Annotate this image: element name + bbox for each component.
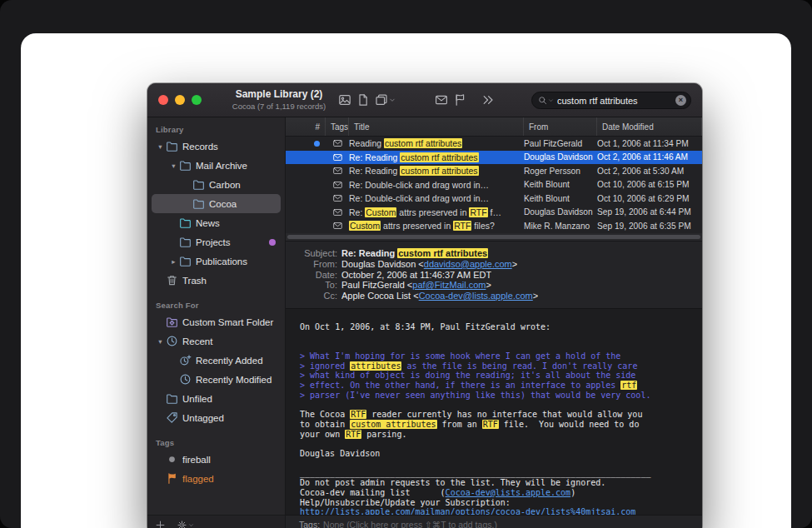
sidebar-section-library: Library▾Records▾Mail ArchiveCarbonCocoaN… (147, 125, 285, 290)
record-row[interactable]: Re: Double-click and drag word in…Keith … (286, 178, 702, 192)
record-list-header[interactable]: #TagsTitleFromDate Modified (286, 117, 702, 137)
sidebar-item-label: Carbon (209, 180, 276, 190)
sidebar-item-carbon[interactable]: Carbon (152, 175, 281, 194)
tags-bar-value[interactable]: None (Click here or press ⇧⌘T to add tag… (323, 520, 497, 528)
sidebar-item-recently-added[interactable]: Recently Added (152, 351, 281, 370)
header-value: Paul FitzGerald <paf@FitzMail.com> (341, 280, 491, 291)
quoted-line: > ignored attributes as the file is bein… (300, 361, 702, 371)
sidebar-item-records[interactable]: ▾Records (152, 137, 281, 156)
link-text[interactable]: Cocoa-dev@lists.apple.com (419, 291, 533, 301)
sidebar-item-custom-smart-folder[interactable]: Custom Smart Folder (152, 312, 281, 331)
sidebar-item-fireball[interactable]: fireball (152, 450, 281, 469)
clear-search-icon[interactable]: × (675, 95, 686, 106)
minimize-button[interactable] (175, 95, 185, 105)
scrollbar-thumb[interactable] (287, 235, 700, 239)
zoom-button[interactable] (192, 95, 202, 105)
sidebar-item-label: Projects (196, 237, 266, 247)
screen: Sample Library (2) Cocoa (7 of 1,119 rec… (0, 0, 812, 528)
close-button[interactable] (158, 95, 168, 105)
header-line-subject: Subject:Re: Reading custom rtf attribute… (286, 248, 702, 259)
horizontal-scrollbar[interactable] (286, 233, 702, 242)
sidebar-item-projects[interactable]: Projects (152, 232, 281, 252)
sidebar-item-untagged[interactable]: Untagged (152, 408, 281, 427)
text-part: Douglas Davidson < (341, 259, 424, 269)
from-cell: Douglas Davidson (524, 207, 597, 217)
sidebar-item-cocoa[interactable]: Cocoa (152, 194, 281, 213)
date-cell: Sep 19, 2006 at 6:35 PM (597, 222, 702, 231)
column-header-date-modified[interactable]: Date Modified (597, 117, 702, 136)
body-line (300, 401, 702, 411)
body-line (300, 459, 702, 469)
tags-cell (326, 207, 349, 217)
folder-icon (179, 236, 192, 248)
document-icon[interactable] (356, 92, 370, 108)
disclosure-open-icon[interactable]: ▾ (168, 162, 179, 170)
sidebar-item-flagged[interactable]: flagged (152, 469, 281, 488)
title-cell: Re: Double-click and drag word in… (349, 193, 524, 203)
search-field[interactable]: × (531, 92, 691, 109)
text-part: ________________________________________… (300, 468, 650, 477)
text-part: Re: Reading (341, 248, 397, 258)
date-cell: Sep 19, 2006 at 6:44 PM (597, 207, 702, 217)
record-row[interactable]: Reading custom rtf attributesPaul FitzGe… (286, 137, 702, 151)
sidebar-item-news[interactable]: News (152, 213, 281, 232)
text-part: > parser (I've never seen anything like … (300, 391, 650, 400)
sidebar-item-recently-modified[interactable]: Recently Modified (152, 370, 281, 389)
sidebar-item-label: Custom Smart Folder (182, 317, 276, 327)
record-row[interactable]: Custom attrs preserved in RTF files?Mike… (286, 219, 702, 233)
column-header-[interactable]: # (286, 117, 326, 136)
window-title: Sample Library (2) (211, 88, 347, 100)
text-part: > (512, 259, 517, 269)
text-part: RTF (345, 430, 361, 439)
record-row[interactable]: Re: Double-click and drag word in…Keith … (286, 192, 702, 206)
text-part: custom rtf attributes (384, 138, 462, 148)
dot-icon (166, 453, 178, 466)
disclosure-closed-icon[interactable]: ▸ (168, 257, 179, 266)
text-part: custom attributes (350, 420, 436, 429)
text-part: files? (471, 221, 494, 231)
text-part: Re: Double-click and drag word in… (349, 193, 489, 203)
text-part: Re: Reading (349, 166, 400, 176)
add-button[interactable] (155, 520, 166, 528)
sidebar-item-recent[interactable]: ▾Recent (152, 331, 281, 351)
sidebar-section-header: Library (147, 125, 285, 137)
sidebar-item-mail-archive[interactable]: ▾Mail Archive (152, 156, 281, 175)
text-part: RTF (453, 221, 471, 231)
date-cell: Oct 1, 2006 at 11:34 PM (597, 139, 702, 148)
records-stack-icon[interactable] (375, 92, 396, 108)
disclosure-open-icon[interactable]: ▾ (155, 337, 166, 346)
tags-bar[interactable]: Tags: None (Click here or press ⇧⌘T to a… (286, 515, 702, 528)
body-line (300, 341, 702, 351)
action-menu-button[interactable] (177, 520, 194, 528)
sidebar-item-trash[interactable]: Trash (152, 271, 281, 290)
disclosure-open-icon[interactable]: ▾ (155, 142, 166, 151)
search-scope-chevron-icon[interactable] (548, 97, 554, 103)
record-row[interactable]: Re: Reading custom rtf attributesDouglas… (286, 151, 702, 165)
email-icon[interactable] (435, 92, 448, 108)
toolbar-overflow-icon[interactable] (481, 92, 495, 108)
link-text[interactable]: ddavidso@apple.com (424, 259, 512, 269)
text-part: > (533, 291, 538, 301)
column-header-tags[interactable]: Tags (326, 117, 349, 136)
record-row[interactable]: Re: Custom attrs preserved in RTF f…Doug… (286, 206, 702, 220)
titlebar[interactable]: Sample Library (2) Cocoa (7 of 1,119 rec… (147, 83, 702, 117)
column-header-title[interactable]: Title (349, 117, 524, 136)
column-header-from[interactable]: From (524, 117, 597, 136)
body-line (300, 332, 702, 342)
text-part: > What I'm hoping for is some hook where… (300, 351, 620, 361)
sidebar-item-publications[interactable]: ▸Publications (152, 252, 281, 271)
body-line: your own RTF parsing. (300, 430, 702, 440)
sidebar-item-unfiled[interactable]: Unfiled (152, 389, 281, 408)
search-input[interactable] (554, 96, 675, 106)
flag-icon[interactable] (453, 92, 466, 108)
record-row[interactable]: Re: Reading custom rtf attributesRoger P… (286, 164, 702, 178)
body-line: Help/Unsubscribe/Update your Subscriptio… (300, 498, 702, 508)
app-window: Sample Library (2) Cocoa (7 of 1,119 rec… (147, 83, 702, 528)
link-text[interactable]: paf@FitzMail.com (412, 280, 486, 290)
viewer-icon[interactable] (338, 92, 351, 108)
link-text[interactable]: http://lists.apple.com/mailman/options/c… (300, 507, 635, 515)
text-part: f… (488, 207, 501, 217)
link-text[interactable]: Cocoa-dev@lists.apple.com (446, 488, 571, 497)
folder-icon (166, 140, 178, 152)
text-part: RTF (482, 420, 499, 429)
